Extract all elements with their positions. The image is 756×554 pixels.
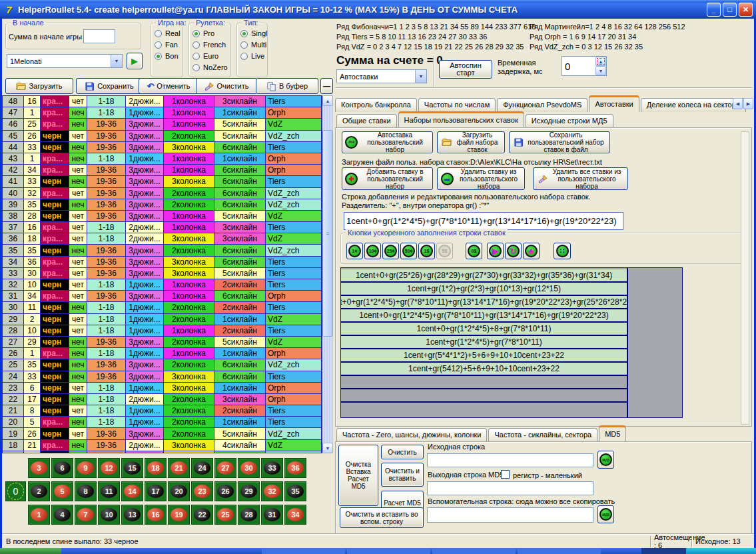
quick-bet-5-button[interactable]: 5$ xyxy=(436,243,453,259)
tab-автоставки[interactable]: Автоставки xyxy=(589,95,639,112)
tab-частота-zero-шансы-дюжины-колонки[interactable]: Частота - Zero, шансы, дюжины, колонки xyxy=(336,428,487,442)
roulette-cell-0[interactable]: 0 xyxy=(5,481,26,501)
radio-option-real[interactable]: Real xyxy=(155,29,181,37)
scrollbar-thumb[interactable]: ≡ xyxy=(322,130,333,337)
quick-bet-1-button[interactable]: 1¢ xyxy=(346,243,363,259)
radio-option-singl[interactable]: Singl xyxy=(240,29,265,37)
roulette-cell-35[interactable]: 35 xyxy=(284,481,306,501)
roulette-cell-23[interactable]: 23 xyxy=(191,481,213,501)
roulette-cell-5[interactable]: 5 xyxy=(51,481,73,501)
chevron-down-icon[interactable]: ▼ xyxy=(415,70,426,83)
radio-option-live[interactable]: Live xyxy=(240,52,265,60)
start-sum-input[interactable] xyxy=(83,29,115,43)
quick-reload-button[interactable]: ↻ xyxy=(505,243,522,259)
bet-list-item[interactable]: 1cent+0+gr(1*2*4*5)+gr(7*8*10*11)+gr(13*… xyxy=(341,296,627,309)
roulette-cell-11[interactable]: 11 xyxy=(98,481,120,501)
roulette-cell-31[interactable]: 31 xyxy=(261,505,283,525)
radio-option-fan[interactable]: Fan xyxy=(155,41,181,49)
roulette-cell-8[interactable]: 8 xyxy=(75,481,97,501)
md5-run-button[interactable]: МД5 xyxy=(597,451,614,469)
preset-combo[interactable]: 1Melonati ▼ xyxy=(7,54,123,68)
tab-md5[interactable]: MD5 xyxy=(599,425,626,442)
tab-контроль-банкролла[interactable]: Контроль банкролла xyxy=(335,98,417,112)
roulette-cell-4[interactable]: 4 xyxy=(51,505,73,525)
md5-source-input[interactable] xyxy=(427,453,593,467)
undo-button[interactable]: ↶ Отменить xyxy=(139,78,198,94)
roulette-cell-21[interactable]: 21 xyxy=(168,458,190,478)
roulette-cell-20[interactable]: 20 xyxy=(168,481,190,501)
roulette-cell-16[interactable]: 16 xyxy=(145,505,167,525)
roulette-cell-33[interactable]: 33 xyxy=(261,458,283,478)
clear-button[interactable]: Очистить xyxy=(196,78,257,94)
quick-bet-25-button[interactable]: 25¢ xyxy=(382,243,399,259)
md5-clear-paste-calc-button[interactable]: Очистка Вставка Расчет MD5 xyxy=(338,445,378,506)
quick-random-button[interactable]: ∷ xyxy=(554,243,571,259)
tab-наборы-пользовательских-ставок[interactable]: Наборы пользовательских ставок xyxy=(398,111,524,128)
roulette-cell-2[interactable]: 2 xyxy=(28,481,50,501)
roulette-cell-29[interactable]: 29 xyxy=(238,481,260,501)
roulette-cell-26[interactable]: 26 xyxy=(214,481,236,501)
roulette-cell-34[interactable]: 34 xyxy=(284,505,306,525)
roulette-cell-12[interactable]: 12 xyxy=(98,458,120,478)
close-button[interactable]: ✕ xyxy=(739,3,753,17)
delete-all-bets-button[interactable]: Удалить все ставки из пользовательского … xyxy=(533,167,628,190)
roulette-cell-17[interactable]: 17 xyxy=(145,481,167,501)
delete-bet-button[interactable]: ▬ Удалить ставку из пользовательского на… xyxy=(437,167,525,190)
md5-clear-paste-aux-button[interactable]: Очистить и вставить во вспом. строку xyxy=(340,507,424,528)
tab-частоты-по-числам[interactable]: Частоты по числам xyxy=(418,98,496,112)
tab-исходные-строки-мд5[interactable]: Исходные строки МД5 xyxy=(526,114,613,128)
bet-list-item[interactable]: 1cent+0+gr(1*2*4*5)+8+gr(7*8*10*11) xyxy=(341,323,627,336)
radio-option-euro[interactable]: Euro xyxy=(192,52,228,60)
bet-string-input[interactable] xyxy=(344,212,623,230)
delay-value-input[interactable] xyxy=(562,57,595,75)
autospin-start-button[interactable]: Автоспин старт xyxy=(439,60,492,79)
tab-функционал-psevdoms[interactable]: Функционал PsevdoMS xyxy=(497,98,587,112)
quick-insert-button[interactable]: ♣ xyxy=(523,243,540,259)
md5-clear-button[interactable]: Очистить xyxy=(381,445,424,459)
bet-list-item[interactable]: 1cent+0+gr(1*2*4*5)+gr(7*8*10*11)+gr(13*… xyxy=(341,309,627,323)
collapse-button[interactable]: — xyxy=(320,78,333,94)
lowercase-checkbox[interactable] xyxy=(501,470,510,479)
roulette-cell-13[interactable]: 13 xyxy=(121,505,143,525)
spinner-up-button[interactable]: ▲ xyxy=(595,57,606,66)
roulette-cell-7[interactable]: 7 xyxy=(75,505,97,525)
md5-aux-run-button[interactable]: МД5 xyxy=(597,505,614,523)
roulette-cell-18[interactable]: 18 xyxy=(145,458,167,478)
bet-list-item[interactable]: 1cent+gr(5*4*1*2)+5+6+9+10+10cent+23+22 xyxy=(341,349,627,363)
tab-деление-колеса-на-сектора[interactable]: Деление колеса на сектора xyxy=(641,98,746,112)
add-bet-button[interactable]: ✚ Добавить ставку в пользовательский наб… xyxy=(342,167,433,190)
radio-option-nozero[interactable]: NoZero xyxy=(192,63,228,71)
roulette-cell-14[interactable]: 14 xyxy=(121,481,143,501)
bet-list-item[interactable]: 1cent+0+gr(25*26)+gr(28*29)+gr(27*30)+gr… xyxy=(341,269,627,283)
load-betset-file-button[interactable]: Загрузить файл набора ставок xyxy=(437,131,505,153)
bet-list-item[interactable]: 1cent+gr(1*2*4*5)+gr(7*8*10*11) xyxy=(341,336,627,349)
tab-общие-ставки[interactable]: Общие ставки xyxy=(336,114,397,128)
md5-clear-and-paste-button[interactable]: Очистить и вставить xyxy=(381,463,424,487)
bet-list-item[interactable]: 1cent+gr(5412)+5+6+9+10+10cent+23+22 xyxy=(341,363,627,376)
tab-scroll-left-button[interactable]: ◀ xyxy=(733,98,743,109)
copy-to-clipboard-button[interactable]: В буфер xyxy=(256,78,318,94)
run-preset-button[interactable]: ▶ xyxy=(127,53,143,69)
roulette-cell-24[interactable]: 24 xyxy=(191,458,213,478)
roulette-cell-10[interactable]: 10 xyxy=(98,505,120,525)
save-button[interactable]: Сохранить xyxy=(76,78,143,94)
quick-bet-50-button[interactable]: 50¢ xyxy=(400,243,417,259)
roulette-cell-6[interactable]: 6 xyxy=(51,458,73,478)
load-button[interactable]: Загрузить xyxy=(5,78,73,94)
bet-list-item[interactable]: 1cent+gr(1*2)+gr(2*3)+gr(10*13)+gr(12*15… xyxy=(341,283,627,296)
spinner-down-button[interactable]: ▼ xyxy=(595,66,606,75)
tab-scroll-right-button[interactable]: ▶ xyxy=(743,98,753,109)
chevron-down-icon[interactable]: ▼ xyxy=(111,55,122,67)
roulette-cell-3[interactable]: 3 xyxy=(28,458,50,478)
history-scrollbar[interactable]: ▲ ≡ ▼ xyxy=(322,95,333,453)
save-betset-file-button[interactable]: Сохранить пользовательский набор ставок … xyxy=(509,131,610,153)
quick-bet-1-button[interactable]: 1$ xyxy=(418,243,435,259)
minimize-button[interactable]: _ xyxy=(707,3,721,17)
roulette-cell-32[interactable]: 32 xyxy=(261,481,283,501)
radio-option-bon[interactable]: Bon xyxy=(155,52,181,60)
roulette-cell-27[interactable]: 27 xyxy=(214,458,236,478)
roulette-cell-25[interactable]: 25 xyxy=(214,505,236,525)
radio-option-multi[interactable]: Multi xyxy=(240,41,265,49)
panel-scrollbar[interactable] xyxy=(741,131,749,425)
md5-output-input[interactable] xyxy=(427,481,593,495)
